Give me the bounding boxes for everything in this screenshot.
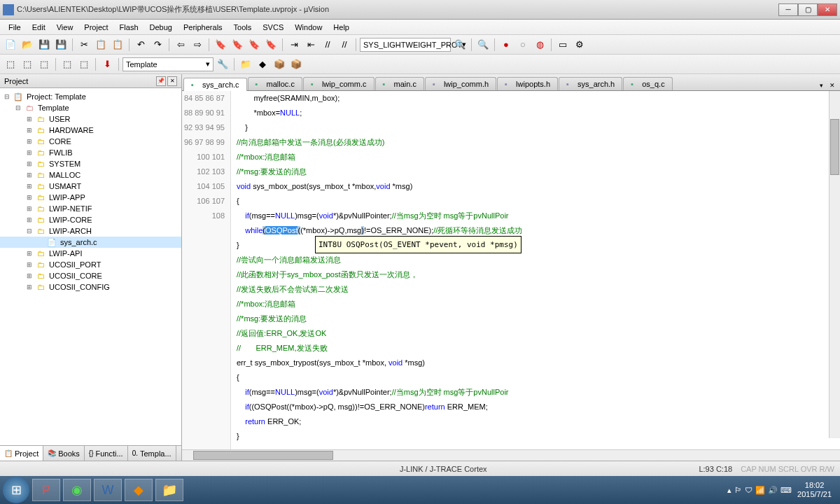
cut-icon[interactable]: ✂ xyxy=(76,37,92,52)
tree-file-sys-arch-c[interactable]: 📄sys_arch.c xyxy=(0,237,181,248)
undo-icon[interactable]: ↶ xyxy=(133,37,148,52)
tray-up-icon[interactable]: ▴ xyxy=(727,486,732,495)
nav-fwd-icon[interactable]: ⇨ xyxy=(190,37,205,52)
taskbar-powerpoint[interactable]: P xyxy=(32,479,60,501)
menu-window[interactable]: Window xyxy=(289,22,328,33)
taskbar-wps[interactable]: W xyxy=(94,479,122,501)
translate-icon[interactable]: ⬚ xyxy=(3,57,18,72)
pack-icon[interactable]: 📦 xyxy=(272,57,287,72)
tray-network-icon[interactable]: 📶 xyxy=(755,486,765,495)
tree-group-system[interactable]: ⊞🗀SYSTEM xyxy=(0,158,181,169)
tree-group-lwip-netif[interactable]: ⊞🗀LWIP-NETIF xyxy=(0,203,181,214)
manage-icon[interactable]: 📁 xyxy=(238,57,253,72)
tree-group-usmart[interactable]: ⊞🗀USMART xyxy=(0,181,181,192)
tree-group-hardware[interactable]: ⊞🗀HARDWARE xyxy=(0,125,181,136)
editor-tabs-menu-icon[interactable]: ▾ xyxy=(816,80,826,90)
system-tray[interactable]: ▴ 🏳 🛡 📶 🔊 ⌨ 18:02 2015/7/21 xyxy=(727,481,837,499)
taskbar-app2[interactable]: ◉ xyxy=(63,479,91,501)
outdent-icon[interactable]: ⇤ xyxy=(303,37,318,52)
editor-tab-main-c[interactable]: ▪main.c xyxy=(375,77,424,90)
nav-back-icon[interactable]: ⇦ xyxy=(173,37,188,52)
manage-rte-icon[interactable]: ◆ xyxy=(255,57,270,72)
tree-group-ucosii_config[interactable]: ⊞🗀UCOSII_CONFIG xyxy=(0,281,181,293)
tree-group-core[interactable]: ⊞🗀CORE xyxy=(0,136,181,147)
tree-group-fwlib[interactable]: ⊞🗀FWLIB xyxy=(0,147,181,158)
editor-tab-os-q-c[interactable]: ▪os_q.c xyxy=(623,77,672,90)
menu-svcs[interactable]: SVCS xyxy=(257,22,289,33)
tree-root[interactable]: ⊟📋Project: Template xyxy=(0,91,181,102)
target-combo[interactable]: Template▾ xyxy=(122,57,214,71)
batch-build-icon[interactable]: ⬚ xyxy=(59,57,75,72)
save-icon[interactable]: 💾 xyxy=(36,37,52,52)
tree-group-lwip-core[interactable]: ⊞🗀LWIP-CORE xyxy=(0,214,181,225)
tab-templates[interactable]: 0. Templa... xyxy=(128,446,176,461)
tray-ime-icon[interactable]: ⌨ xyxy=(780,486,792,495)
menu-project[interactable]: Project xyxy=(78,22,113,33)
menu-file[interactable]: File xyxy=(3,22,27,33)
menu-flash[interactable]: Flash xyxy=(114,22,144,33)
scrollbar-h-thumb[interactable] xyxy=(193,451,333,460)
tree-group-lwip-arch[interactable]: ⊟🗀LWIP-ARCH xyxy=(0,225,181,237)
new-file-icon[interactable]: 📄 xyxy=(3,37,18,52)
editor-tabs-close-icon[interactable]: ✕ xyxy=(827,80,837,90)
window-layout-icon[interactable]: ▭ xyxy=(555,37,570,52)
tree-group-ucosii_port[interactable]: ⊞🗀UCOSII_PORT xyxy=(0,259,181,270)
indent-icon[interactable]: ⇥ xyxy=(286,37,302,52)
tray-shield-icon[interactable]: 🛡 xyxy=(745,486,752,495)
tree-group-ucosii_core[interactable]: ⊞🗀UCOSII_CORE xyxy=(0,270,181,281)
debug-start-icon[interactable]: 🔍 xyxy=(475,37,491,52)
rebuild-icon[interactable]: ⬚ xyxy=(36,57,52,72)
uncomment-icon[interactable]: // xyxy=(337,37,352,52)
pack-installer-icon[interactable]: 📦 xyxy=(288,57,304,72)
breakpoint-kill-icon[interactable]: ◍ xyxy=(532,37,547,52)
editor-tab-sys-arch-c[interactable]: ▪sys_arch.c xyxy=(183,78,247,91)
bookmark-clear-icon[interactable]: 🔖 xyxy=(263,37,279,52)
editor-tab-malloc-c[interactable]: ▪malloc.c xyxy=(248,77,302,90)
code-area[interactable]: 84 85 86 87 88 89 90 91 92 93 94 95 96 9… xyxy=(182,91,840,449)
menu-edit[interactable]: Edit xyxy=(27,22,51,33)
minimize-button[interactable]: ─ xyxy=(778,4,798,16)
panel-close-icon[interactable]: ✕ xyxy=(167,76,177,86)
bookmark-next-icon[interactable]: 🔖 xyxy=(246,37,262,52)
taskbar-clock[interactable]: 18:02 2015/7/21 xyxy=(797,481,832,499)
menu-peripherals[interactable]: Peripherals xyxy=(178,22,228,33)
maximize-button[interactable]: ▢ xyxy=(798,4,818,16)
tray-sound-icon[interactable]: 🔊 xyxy=(768,486,778,495)
bookmark-prev-icon[interactable]: 🔖 xyxy=(230,37,245,52)
breakpoint-disable-icon[interactable]: ○ xyxy=(515,37,531,52)
define-combo[interactable]: SYS_LIGHTWEIGHT_PROT▾ xyxy=(360,38,451,52)
taskbar-foxit[interactable]: ◆ xyxy=(125,479,153,501)
bookmark-icon[interactable]: 🔖 xyxy=(213,37,228,52)
scrollbar-v-thumb[interactable] xyxy=(830,119,839,175)
save-all-icon[interactable]: 💾 xyxy=(53,37,69,52)
tree-group-user[interactable]: ⊞🗀USER xyxy=(0,113,181,125)
tab-functions[interactable]: {} Functi... xyxy=(85,446,128,461)
menu-view[interactable]: View xyxy=(51,22,79,33)
editor-tab-sys-arch-h[interactable]: ▪sys_arch.h xyxy=(559,77,622,90)
editor-tab-lwip-comm-c[interactable]: ▪lwip_comm.c xyxy=(303,77,374,90)
menu-help[interactable]: Help xyxy=(328,22,355,33)
taskbar-explorer[interactable]: 📁 xyxy=(155,479,183,501)
menu-tools[interactable]: Tools xyxy=(228,22,258,33)
comment-icon[interactable]: // xyxy=(320,37,335,52)
panel-pin-icon[interactable]: 📌 xyxy=(156,76,166,86)
find-icon[interactable]: 🔍 xyxy=(452,37,468,52)
menu-debug[interactable]: Debug xyxy=(144,22,178,33)
close-button[interactable]: ✕ xyxy=(818,4,837,16)
stop-build-icon[interactable]: ⬚ xyxy=(76,57,92,72)
tree-group-lwip-api[interactable]: ⊞🗀LWIP-API xyxy=(0,248,181,259)
build-icon[interactable]: ⬚ xyxy=(20,57,35,72)
code-content[interactable]: myfree(SRAMIN,m_box); *mbox=NULL; } //向消… xyxy=(231,91,840,449)
target-options-icon[interactable]: 🔧 xyxy=(215,57,230,72)
redo-icon[interactable]: ↷ xyxy=(150,37,165,52)
copy-icon[interactable]: 📋 xyxy=(93,37,108,52)
download-icon[interactable]: ⬇ xyxy=(99,57,115,72)
tree-group-malloc[interactable]: ⊞🗀MALLOC xyxy=(0,169,181,181)
editor-tab-lwipopts-h[interactable]: ▪lwipopts.h xyxy=(497,77,558,90)
tab-project[interactable]: 📋 Project xyxy=(0,446,43,461)
tree-group-lwip-app[interactable]: ⊞🗀LWIP-APP xyxy=(0,192,181,203)
config-icon[interactable]: ⚙ xyxy=(572,37,587,52)
tree-target[interactable]: ⊟🗀Template xyxy=(0,102,181,113)
project-tree[interactable]: ⊟📋Project: Template ⊟🗀Template ⊞🗀USER⊞🗀H… xyxy=(0,88,181,445)
start-button[interactable]: ⊞ xyxy=(3,477,29,503)
